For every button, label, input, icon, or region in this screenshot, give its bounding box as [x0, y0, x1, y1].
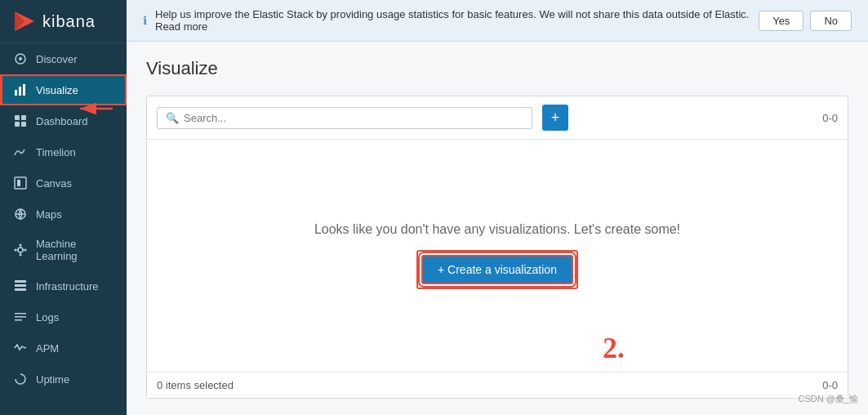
- sidebar-item-dashboard-label: Dashboard: [36, 115, 88, 127]
- sidebar-item-uptime-label: Uptime: [36, 373, 69, 386]
- svg-rect-25: [15, 288, 26, 291]
- svg-point-17: [15, 249, 17, 252]
- sidebar-item-maps-label: Maps: [36, 208, 62, 221]
- sidebar-item-apm[interactable]: APM: [0, 332, 127, 364]
- sidebar-item-dashboard[interactable]: Dashboard: [0, 105, 127, 136]
- sidebar-item-uptime[interactable]: Uptime: [0, 364, 127, 395]
- svg-point-16: [20, 254, 22, 257]
- viz-footer: 0 items selected 0-0: [147, 372, 848, 398]
- svg-rect-24: [15, 284, 26, 287]
- notice-actions: Yes No: [759, 11, 852, 31]
- csdn-watermark: CSDN @桑_愉: [798, 393, 858, 405]
- dashboard-icon: [13, 114, 28, 128]
- sidebar: kibana Discover Visualize Dashboard Tim: [0, 0, 127, 415]
- svg-rect-27: [15, 316, 26, 318]
- page-content: Visualize 🔍 + 0-0 Looks like you don't h…: [127, 42, 868, 415]
- svg-rect-8: [21, 115, 26, 120]
- toolbar-pagination: 0-0: [822, 112, 838, 124]
- svg-rect-7: [15, 115, 20, 120]
- visualize-icon: [13, 83, 28, 97]
- viz-toolbar: 🔍 + 0-0: [147, 96, 848, 140]
- items-selected-count: 0 items selected: [157, 379, 234, 391]
- empty-state: Looks like you don't have any visualizat…: [147, 140, 848, 372]
- sidebar-item-infrastructure-label: Infrastructure: [36, 280, 99, 292]
- sidebar-item-visualize[interactable]: Visualize: [0, 74, 127, 105]
- sidebar-item-apm-label: APM: [36, 342, 59, 355]
- infrastructure-icon: [13, 279, 28, 293]
- sidebar-nav: Discover Visualize Dashboard Timelion Ca: [0, 43, 127, 415]
- search-box[interactable]: 🔍: [157, 107, 532, 129]
- sidebar-item-canvas-label: Canvas: [36, 177, 72, 190]
- sidebar-item-ml-label: Machine Learning: [36, 238, 114, 262]
- notice-yes-button[interactable]: Yes: [759, 11, 803, 31]
- svg-rect-28: [15, 319, 22, 321]
- svg-rect-9: [15, 122, 20, 127]
- page-title: Visualize: [146, 58, 848, 79]
- sidebar-item-timelion[interactable]: Timelion: [0, 136, 127, 167]
- app-name: kibana: [42, 12, 96, 31]
- sidebar-item-discover-label: Discover: [36, 53, 78, 65]
- sidebar-item-ml[interactable]: Machine Learning: [0, 230, 127, 270]
- maps-icon: [13, 207, 28, 221]
- svg-point-3: [19, 57, 22, 60]
- svg-rect-12: [17, 180, 20, 186]
- kibana-logo-icon: [13, 10, 36, 33]
- info-icon: ℹ: [143, 14, 147, 27]
- main-content: ℹ Help us improve the Elastic Stack by p…: [127, 0, 868, 415]
- svg-point-15: [20, 244, 22, 247]
- svg-rect-10: [21, 122, 26, 127]
- app-logo: kibana: [0, 0, 127, 43]
- search-input[interactable]: [184, 112, 523, 124]
- svg-rect-6: [23, 84, 25, 96]
- footer-pagination: 0-0: [822, 379, 838, 391]
- svg-rect-23: [15, 280, 26, 283]
- svg-point-14: [18, 248, 23, 252]
- sidebar-item-canvas[interactable]: Canvas: [0, 167, 127, 199]
- search-icon: 🔍: [166, 112, 179, 124]
- svg-rect-4: [15, 90, 17, 96]
- notice-bar: ℹ Help us improve the Elastic Stack by p…: [127, 0, 868, 42]
- sidebar-item-maps[interactable]: Maps: [0, 199, 127, 230]
- sidebar-item-infrastructure[interactable]: Infrastructure: [0, 270, 127, 301]
- svg-rect-5: [19, 87, 21, 96]
- notice-text: Help us improve the Elastic Stack by pro…: [155, 8, 750, 33]
- svg-point-18: [24, 249, 27, 252]
- add-visualization-button[interactable]: +: [542, 105, 568, 131]
- create-visualization-button[interactable]: + Create a visualization: [421, 255, 573, 284]
- create-viz-highlight-box: + Create a visualization: [416, 250, 578, 289]
- discover-icon: [13, 51, 28, 66]
- sidebar-item-logs-label: Logs: [36, 311, 59, 324]
- sidebar-item-timelion-label: Timelion: [36, 146, 76, 158]
- sidebar-item-visualize-label: Visualize: [36, 84, 78, 96]
- notice-no-button[interactable]: No: [810, 11, 852, 31]
- timelion-icon: [13, 145, 28, 159]
- svg-rect-26: [15, 313, 26, 315]
- sidebar-item-logs[interactable]: Logs: [0, 301, 127, 332]
- logs-icon: [13, 310, 28, 324]
- visualize-list-container: 🔍 + 0-0 Looks like you don't have any vi…: [146, 96, 848, 399]
- canvas-icon: [13, 176, 28, 190]
- ml-icon: [13, 243, 28, 257]
- empty-state-message: Looks like you don't have any visualizat…: [314, 222, 680, 237]
- apm-icon: [13, 341, 28, 355]
- uptime-icon: [13, 372, 28, 386]
- sidebar-item-discover[interactable]: Discover: [0, 43, 127, 74]
